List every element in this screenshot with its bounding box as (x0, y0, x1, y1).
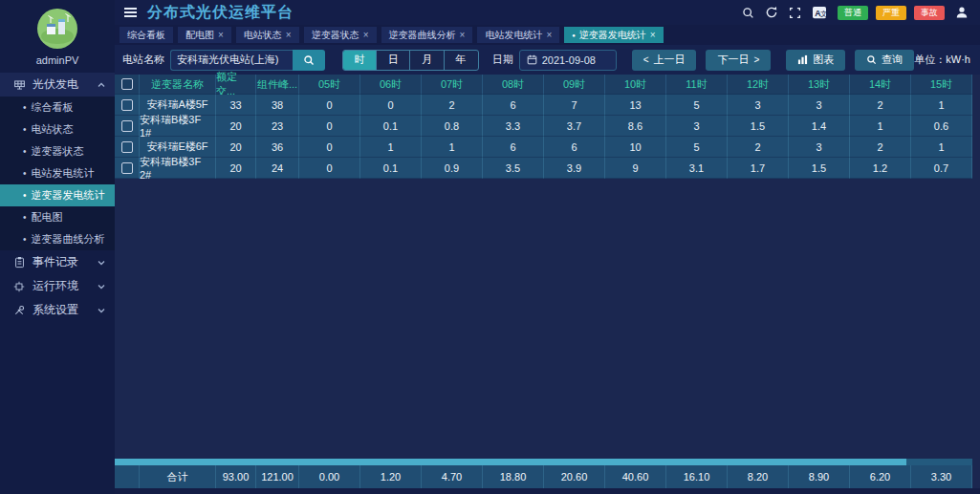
table-header-cell: 逆变器名称 (140, 75, 216, 95)
search-icon (866, 54, 877, 65)
translate-icon[interactable]: A 文 (812, 6, 827, 19)
period-toggle-group: 时日月年 (342, 50, 479, 71)
submenu-item-1[interactable]: •电站状态 (0, 118, 115, 140)
submenu-item-2[interactable]: •逆变器状态 (0, 140, 115, 162)
fullscreen-icon[interactable] (789, 7, 801, 19)
period-button-1[interactable]: 日 (377, 51, 410, 70)
row-checkbox[interactable] (121, 99, 133, 111)
tab-label: 综合看板 (127, 29, 165, 42)
table-cell: 5 (666, 137, 728, 158)
table-cell: 0 (299, 137, 360, 158)
row-checkbox-cell (115, 158, 140, 179)
period-button-0[interactable]: 时 (343, 51, 377, 70)
totals-cell: 3.30 (911, 465, 972, 488)
table-cell: 0 (299, 116, 360, 137)
row-checkbox[interactable] (121, 141, 133, 153)
table-cell: 36 (256, 137, 299, 158)
tab-3[interactable]: 逆变器状态× (304, 27, 377, 43)
table-cell: 1.5 (728, 116, 789, 137)
search-icon[interactable] (742, 7, 754, 19)
alarm-badge-accident[interactable]: 事故 (914, 6, 945, 20)
query-button[interactable]: 查询 (855, 50, 914, 71)
totals-cell: 20.60 (544, 465, 605, 488)
bullet-icon: • (23, 124, 27, 135)
table-cell: 0.8 (422, 116, 483, 137)
refresh-icon[interactable] (765, 6, 778, 19)
table-cell: 1.5 (789, 158, 850, 179)
table-cell: 6 (483, 137, 544, 158)
close-icon[interactable]: × (546, 30, 552, 40)
sidebar-item-1[interactable]: 事件记录 (0, 250, 115, 274)
submenu-item-4[interactable]: •逆变器发电统计 (0, 184, 115, 206)
totals-cell: 6.20 (850, 465, 911, 488)
table-cell: 23 (256, 116, 299, 137)
alarm-badge-severe[interactable]: 严重 (876, 6, 906, 20)
totals-cell: 16.10 (666, 465, 728, 488)
date-picker[interactable]: 2021-09-08 (519, 50, 617, 71)
user-icon[interactable] (955, 6, 969, 19)
table-cell: 20 (216, 158, 256, 179)
totals-cell: 121.00 (256, 465, 299, 488)
row-checkbox[interactable] (121, 162, 133, 174)
tab-label: 电站发电统计 (485, 29, 542, 42)
app-root: adminPV 光伏发电•综合看板•电站状态•逆变器状态•电站发电统计•逆变器发… (0, 0, 980, 494)
bullet-icon: • (23, 190, 27, 201)
alarm-badge-normal[interactable]: 普通 (838, 6, 868, 20)
totals-cell: 40.60 (605, 465, 666, 488)
tab-0[interactable]: 综合看板 (120, 27, 173, 43)
horizontal-scrollbar[interactable] (115, 459, 972, 465)
submenu-item-label: 逆变器曲线分析 (32, 232, 105, 247)
station-search-button[interactable] (293, 50, 325, 71)
tab-4[interactable]: 逆变器曲线分析× (381, 27, 473, 43)
next-day-button[interactable]: 下一日 > (706, 50, 771, 71)
solar-panel-icon (12, 79, 26, 91)
select-all-checkbox[interactable] (121, 78, 133, 90)
scrollbar-thumb[interactable] (115, 459, 906, 465)
topbar: 分布式光伏运维平台 A (115, 0, 980, 25)
period-button-2[interactable]: 月 (410, 51, 444, 70)
table-header-cell: 08时 (483, 75, 544, 95)
clipboard-icon (12, 256, 26, 268)
row-checkbox[interactable] (121, 120, 133, 132)
period-button-3[interactable]: 年 (445, 51, 478, 70)
submenu-item-3[interactable]: •电站发电统计 (0, 162, 115, 184)
sidebar-item-2[interactable]: 运行环境 (0, 274, 115, 298)
table-cell: 13 (605, 95, 666, 116)
table-cell: 1 (360, 137, 422, 158)
avatar (36, 8, 78, 50)
station-name-input[interactable] (170, 50, 293, 71)
table-cell: 2 (850, 137, 911, 158)
table-cell: 6 (544, 137, 605, 158)
close-icon[interactable]: × (286, 30, 292, 40)
close-icon[interactable]: × (460, 30, 466, 40)
submenu-item-5[interactable]: •配电图 (0, 206, 115, 228)
row-checkbox-cell (115, 95, 140, 116)
submenu-item-label: 综合看板 (32, 100, 74, 115)
close-icon[interactable]: × (363, 30, 369, 40)
sidebar-item-0[interactable]: 光伏发电 (0, 73, 115, 97)
table-row: 安科瑞A楼5F3338002671353321 (115, 95, 980, 116)
submenu-item-6[interactable]: •逆变器曲线分析 (0, 228, 115, 250)
sidebar-item-3[interactable]: 系统设置 (0, 298, 115, 322)
table-cell: 6 (483, 95, 544, 116)
close-icon[interactable]: × (650, 30, 656, 40)
bottom-strip (115, 488, 980, 494)
tab-6[interactable]: ●逆变器发电统计× (564, 27, 663, 43)
menu-toggle-icon[interactable] (124, 6, 137, 19)
totals-cell: 93.00 (216, 465, 256, 488)
tab-label: 逆变器曲线分析 (389, 29, 456, 42)
table-cell: 2 (728, 137, 789, 158)
environment-icon (12, 281, 26, 292)
tab-5[interactable]: 电站发电统计× (477, 27, 559, 43)
main-area: 分布式光伏运维平台 A (115, 0, 980, 494)
table-cell: 0.6 (911, 116, 972, 137)
prev-day-button[interactable]: < 上一日 (632, 50, 697, 71)
chart-view-button[interactable]: 图表 (786, 50, 845, 71)
user-profile: adminPV (0, 0, 115, 73)
tab-2[interactable]: 电站状态× (236, 27, 299, 43)
close-icon[interactable]: × (218, 30, 224, 40)
submenu-item-0[interactable]: •综合看板 (0, 97, 115, 118)
totals-checkbox-cell (115, 465, 140, 488)
table-cell: 24 (256, 158, 299, 179)
tab-1[interactable]: 配电图× (178, 27, 231, 43)
